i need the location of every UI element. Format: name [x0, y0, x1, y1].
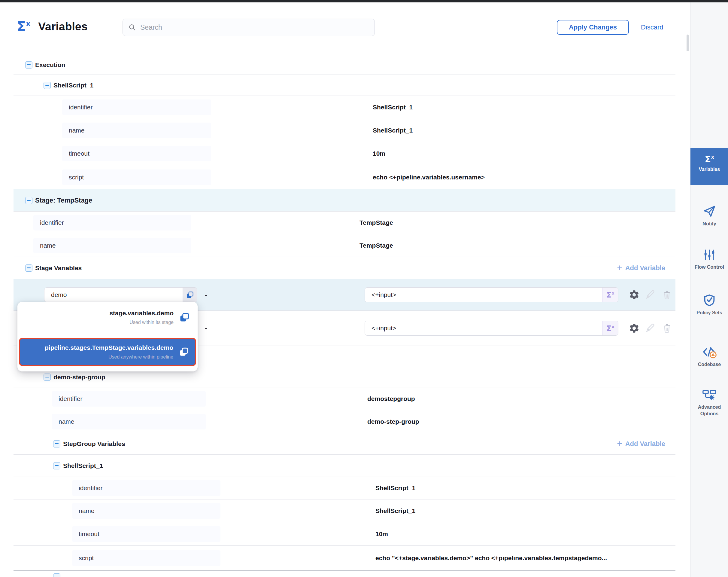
field-label-box: identifier — [52, 391, 206, 407]
expression-path: pipeline.stages.TempStage.variables.demo — [45, 344, 173, 351]
apply-changes-button[interactable]: Apply Changes — [557, 20, 629, 35]
collapse-icon[interactable] — [44, 82, 51, 89]
sliders-icon — [691, 248, 728, 261]
field-value: demo-step-group — [367, 418, 419, 425]
add-variable-button[interactable]: + Add Variable — [617, 264, 665, 272]
discard-link[interactable]: Discard — [641, 20, 664, 35]
field-value: demostepgroup — [367, 395, 415, 402]
field-value: ShellScript_1 — [373, 104, 413, 111]
paper-plane-icon — [691, 204, 728, 218]
stage-header-label: Stage: TempStage — [35, 197, 92, 204]
tree-label: StepGroup Variables — [63, 440, 125, 448]
collapse-icon[interactable] — [25, 265, 32, 272]
top-bar — [0, 0, 728, 2]
expression-option-stage-scope[interactable]: stage.variables.demo Used within its sta… — [18, 302, 198, 325]
field-label-box: identifier — [62, 99, 211, 115]
field-label-box: timeout — [62, 146, 211, 161]
field-value: ShellScript_1 — [373, 127, 413, 134]
sigma-icon: Σx — [607, 325, 615, 332]
settings-gear-button[interactable] — [629, 323, 640, 334]
delete-trash-button[interactable] — [661, 290, 672, 300]
sidebar-item-codebase[interactable]: Codebase — [691, 345, 728, 368]
field-label-box: name — [72, 503, 220, 519]
tree-label: Stage Variables — [35, 265, 82, 272]
sidebar-item-variables[interactable]: Σx Variables — [691, 148, 728, 185]
tree-row-shellscript-1-inner[interactable]: ShellScript_1 — [14, 455, 675, 477]
field-label-box: identifier — [72, 480, 220, 496]
tree-row-execution[interactable]: Execution — [14, 55, 675, 75]
collapse-icon[interactable] — [25, 197, 32, 204]
sidebar-item-policy-sets[interactable]: Policy Sets — [691, 293, 728, 316]
page-header: Σx Variables Apply Changes Discard — [0, 2, 690, 51]
collapse-icon[interactable] — [53, 462, 60, 470]
tree-row-stage-tempstage[interactable]: Stage: TempStage — [14, 189, 675, 211]
collapse-icon[interactable] — [44, 374, 51, 381]
search-input[interactable] — [140, 23, 369, 31]
field-value: ShellScript_1 — [375, 484, 415, 492]
runtime-input-type-button[interactable]: Σx — [602, 287, 618, 302]
shield-check-icon — [691, 293, 728, 307]
variable-name-input[interactable] — [45, 287, 183, 302]
copy-icon[interactable] — [179, 312, 190, 323]
plus-icon: + — [617, 439, 622, 448]
tree-label: Execution — [35, 61, 65, 69]
collapse-icon[interactable] — [25, 61, 32, 69]
trash-icon — [661, 323, 672, 333]
tree-row-shellscript-1[interactable]: ShellScript_1 — [14, 75, 675, 96]
field-label-box: name — [52, 414, 206, 429]
sidebar-item-advanced-options[interactable]: Advanced Options — [691, 388, 728, 418]
edit-pencil-button[interactable] — [645, 290, 655, 300]
field-value: echo "<+stage.variables.demo>" echo <+pi… — [375, 554, 607, 562]
pipeline-gear-icon — [691, 388, 728, 401]
field-row-name: name demo-step-group — [14, 410, 675, 433]
field-label-box: name — [33, 238, 191, 253]
field-row-name: name ShellScript_1 — [14, 499, 675, 522]
field-value: 10m — [375, 530, 388, 537]
tree-row-partial-bottom[interactable] — [14, 570, 675, 577]
field-label-box: timeout — [72, 526, 220, 542]
search-icon — [128, 23, 136, 31]
sidebar-item-flow-control[interactable]: Flow Control — [691, 248, 728, 271]
field-label-box: name — [62, 123, 211, 138]
copy-icon[interactable] — [179, 347, 189, 357]
field-row-identifier: identifier demostepgroup — [14, 387, 675, 410]
variables-sigma-icon: Σx — [691, 155, 728, 164]
field-value: ShellScript_1 — [375, 507, 415, 515]
field-label-box: script — [72, 550, 220, 566]
sidebar-item-notify[interactable]: Notify — [691, 204, 728, 227]
tree-row-stepgroup-variables[interactable]: StepGroup Variables + Add Variable — [14, 433, 675, 455]
field-row-name: name TempStage — [14, 234, 675, 257]
collapse-icon[interactable] — [53, 440, 60, 448]
delete-trash-button[interactable] — [661, 323, 672, 333]
plus-icon: + — [617, 263, 622, 272]
field-value: echo <+pipeline.variables.username> — [373, 174, 485, 181]
field-row-identifier: identifier ShellScript_1 — [14, 477, 675, 499]
variables-sigma-icon: Σx — [17, 20, 30, 33]
variable-value-input[interactable] — [365, 321, 602, 335]
field-row-identifier: identifier ShellScript_1 — [14, 96, 675, 119]
settings-gear-button[interactable] — [629, 290, 640, 301]
variable-separator: - — [205, 291, 207, 299]
variable-value-input-shell: Σx — [365, 321, 618, 336]
field-value: 10m — [373, 150, 385, 157]
variable-separator: - — [205, 324, 207, 332]
field-label-box: identifier — [33, 215, 191, 230]
variable-value-input[interactable] — [365, 287, 602, 302]
copy-button[interactable] — [183, 287, 197, 302]
edit-pencil-button[interactable] — [645, 323, 655, 333]
field-value: TempStage — [360, 219, 393, 226]
search-box[interactable] — [123, 19, 375, 36]
collapse-icon[interactable] — [53, 573, 60, 577]
field-value: TempStage — [360, 242, 393, 249]
pencil-icon — [645, 323, 655, 333]
expression-scope: Used within its stage — [129, 320, 174, 325]
field-row-identifier: identifier TempStage — [14, 211, 675, 234]
field-label-box: script — [62, 170, 211, 185]
field-row-script: script echo <+pipeline.variables.usernam… — [14, 165, 675, 189]
tree-row-stage-variables[interactable]: Stage Variables + Add Variable — [14, 257, 675, 279]
runtime-input-type-button[interactable]: Σx — [602, 321, 618, 335]
add-variable-button[interactable]: + Add Variable — [617, 440, 665, 448]
page-title: Variables — [38, 20, 87, 33]
copy-icon — [186, 291, 194, 299]
expression-option-pipeline-scope-selected[interactable]: pipeline.stages.TempStage.variables.demo… — [19, 338, 196, 366]
